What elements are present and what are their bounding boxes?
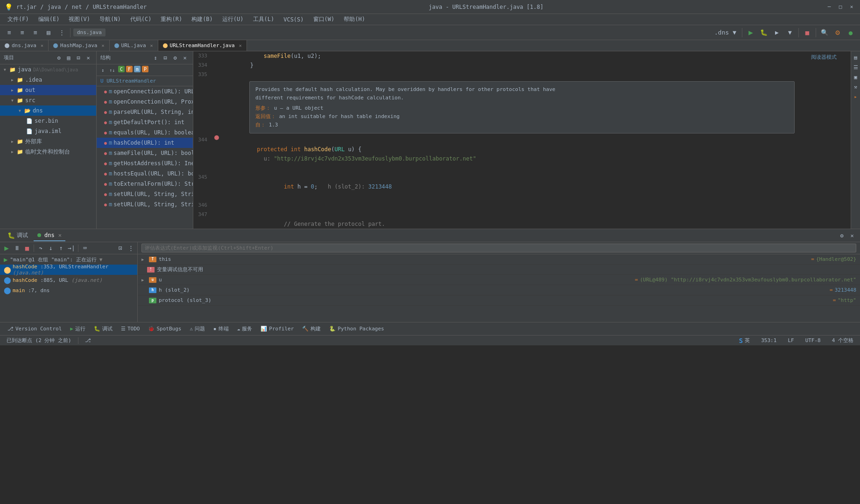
callstack-item-2[interactable]: ⬤ hashCode :885, URL (java.net) <box>0 275 137 285</box>
run-cursor-btn[interactable]: →| <box>67 244 76 253</box>
tree-item-temp[interactable]: ▶ 📁 临时文件和控制台 <box>0 147 96 157</box>
tab-services[interactable]: ☁ 服务 <box>233 324 256 333</box>
dns-close-btn[interactable]: ✕ <box>41 43 43 48</box>
urlsh-close-btn[interactable]: ✕ <box>239 43 242 48</box>
tree-item-dns[interactable]: ▼ 📂 dns <box>0 105 96 116</box>
menu-file[interactable]: 文件(F) <box>4 14 33 24</box>
struct-seturl1[interactable]: ● m setURL(URL, String, String, in <box>97 189 193 199</box>
var-item-u[interactable]: ▶ u u = (URL@489) "http://i8rvj4c7vdn2x3… <box>138 275 860 285</box>
tab-spotbugs[interactable]: 🐞 SpotBugs <box>144 325 185 333</box>
menu-tools[interactable]: 工具(L) <box>249 14 278 24</box>
var-item-protocol[interactable]: ▶ p protocol (slot_3) = "http" <box>138 295 860 306</box>
struct-hashcode[interactable]: ● m hashCode(URL): int <box>97 138 193 148</box>
pause-btn[interactable]: ⏸ <box>12 244 21 253</box>
encoding-btn[interactable]: UTF-8 <box>803 336 824 344</box>
var-item-h[interactable]: ▶ h h (slot_2) = 3213448 <box>138 285 860 295</box>
tab-rtjar[interactable]: rt.jar <box>16 4 36 10</box>
debug-btn[interactable]: 🐛 <box>758 27 769 38</box>
struct-close-btn[interactable]: ✕ <box>181 54 189 62</box>
struct-opencon1[interactable]: ● m openConnection(URL): URLC <box>97 86 193 97</box>
git-btn[interactable]: .dns ▼ <box>712 27 739 38</box>
step-out-btn[interactable]: ↑ <box>56 244 66 253</box>
tab-profiler[interactable]: 📊 Profiler <box>257 325 297 333</box>
stop-btn[interactable]: ■ <box>802 27 813 38</box>
reader-mode-button[interactable]: 阅读器模式 <box>811 54 837 61</box>
indent-btn[interactable]: 4 个空格 <box>829 336 856 345</box>
tab-dns[interactable]: dns.java ✕ <box>0 40 49 51</box>
expression-input[interactable] <box>141 244 856 252</box>
right-btn2[interactable]: ☰ <box>852 63 860 71</box>
minimize-button[interactable]: ─ <box>825 3 833 11</box>
struct-btn1[interactable]: ↕ <box>99 66 106 74</box>
menu-build[interactable]: 构建(B) <box>188 14 217 24</box>
struct-btn5[interactable]: m <box>134 66 141 72</box>
dns-badge[interactable]: dns.java <box>73 28 106 36</box>
git-branch-btn[interactable]: ⎇ <box>82 336 94 344</box>
struct-gethostaddr[interactable]: ● m getHostAddress(URL): InetA <box>97 158 193 168</box>
tab-todo[interactable]: ☰ TODO <box>117 325 144 333</box>
struct-samefile[interactable]: ● m sameFile(URL, URL): boolea <box>97 148 193 158</box>
restore-layout-btn[interactable]: ⊡ <box>116 244 125 253</box>
tree-item-serbin[interactable]: 📄 ser.bin <box>0 116 96 126</box>
tree-item-external[interactable]: ▶ 📁 外部库 <box>0 136 96 147</box>
debug-settings-icon[interactable]: ⋮ <box>126 244 135 253</box>
maximize-button[interactable]: □ <box>837 3 844 11</box>
tree-item-src[interactable]: ▼ 📁 src <box>0 95 96 105</box>
right-btn1[interactable]: ▤ <box>852 54 860 61</box>
structure-tree[interactable]: ● m openConnection(URL): URLC ● m openCo… <box>97 86 193 229</box>
tab-net[interactable]: net <box>72 4 82 10</box>
struct-btn3[interactable]: C <box>118 66 125 72</box>
tab-build[interactable]: 🔨 构建 <box>298 324 324 333</box>
menu-help[interactable]: 帮助(H) <box>340 14 369 24</box>
line-col-btn[interactable]: 353:1 <box>758 336 779 344</box>
right-btn4[interactable]: ⚒ <box>852 83 860 91</box>
breakpoint-344[interactable] <box>214 135 219 140</box>
resume-btn[interactable]: ▶ <box>2 244 11 253</box>
url-close-btn[interactable]: ✕ <box>150 43 153 48</box>
tab-urlstreamhandler[interactable]: URLStreamHandler <box>93 4 147 10</box>
tab-python-packages[interactable]: 🐍 Python Packages <box>325 325 388 333</box>
tab-terminal[interactable]: ▪ 终端 <box>210 324 233 333</box>
close-button[interactable]: ✕ <box>848 3 855 11</box>
menu-refactor[interactable]: 重构(R) <box>157 14 186 24</box>
struct-settings-btn[interactable]: ⚙ <box>171 54 179 62</box>
evaluate-btn[interactable]: ⌨ <box>80 244 90 253</box>
tab-run[interactable]: ▶ 运行 <box>66 324 89 333</box>
sougou-btn[interactable]: S 英 <box>736 336 753 345</box>
struct-parseurl[interactable]: ● m parseURL(URL, String, int, in <box>97 107 193 117</box>
menu-run[interactable]: 运行(U) <box>219 14 247 24</box>
toolbar-btn5[interactable]: ⋮ <box>56 27 67 38</box>
tab-hashmap[interactable]: HashMap.java ✕ <box>49 40 110 51</box>
struct-hostsequal[interactable]: ● m hostsEqual(URL, URL): boole <box>97 168 193 179</box>
struct-btn2[interactable]: ↑↓ <box>107 66 117 74</box>
tab-urlstreamhandler[interactable]: URLStreamHandler.java ✕ <box>158 40 247 51</box>
struct-filter-btn[interactable]: ⊟ <box>161 54 169 62</box>
toolbar-more[interactable]: ▼ <box>784 27 796 38</box>
tab-url[interactable]: URL.java ✕ <box>110 40 158 51</box>
tree-item-out[interactable]: ▶ 📁 out <box>0 85 96 95</box>
toolbar-btn3[interactable]: ≡ <box>30 27 41 38</box>
menu-navigate[interactable]: 导航(N) <box>96 14 125 24</box>
struct-toexternal[interactable]: ● m toExternalForm(URL): String <box>97 179 193 189</box>
tree-item-idea[interactable]: ▶ 📁 .idea <box>0 75 96 85</box>
lf-btn[interactable]: LF <box>785 336 797 344</box>
variables-list[interactable]: ▶ T this = {Handler@502} ! 变量调试信息不可用 ▶ u… <box>138 254 860 322</box>
debug-settings-btn[interactable]: ⚙ <box>838 231 846 240</box>
run-btn[interactable]: ▶ <box>745 27 756 38</box>
struct-equals[interactable]: ● m equals(URL, URL): boolean <box>97 127 193 138</box>
sidebar-collapse-btn[interactable]: ⊟ <box>74 54 83 62</box>
step-over-btn[interactable]: ↷ <box>36 244 45 253</box>
menu-code[interactable]: 代码(C) <box>127 14 155 24</box>
notifications-btn[interactable]: ● <box>845 27 856 38</box>
thread-main[interactable]: ▶ "main"@1 在组 "main": 正在运行 ▼ <box>0 254 137 265</box>
tab-version-control[interactable]: ⎇ Version Control <box>4 325 65 333</box>
code-editor[interactable]: 333 sameFile(u1, u2); 334 } 335 <box>193 51 851 229</box>
hashmap-close-btn[interactable]: ✕ <box>102 43 105 48</box>
menu-edit[interactable]: 编辑(E) <box>35 14 63 24</box>
struct-btn4[interactable]: F <box>126 66 133 72</box>
sidebar-close-btn[interactable]: ✕ <box>84 54 92 62</box>
toolbar-btn4[interactable]: ▤ <box>43 27 54 38</box>
dns-debug-close[interactable]: ✕ <box>58 232 62 238</box>
search-btn[interactable]: 🔍 <box>819 27 830 38</box>
project-view-btn[interactable]: ≡ <box>4 27 15 38</box>
